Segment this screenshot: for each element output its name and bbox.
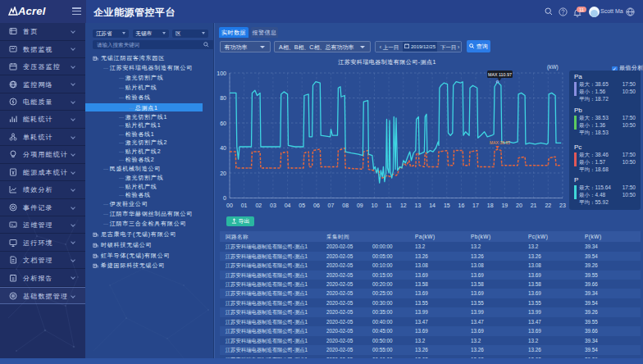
svg-text:04: 04: [285, 202, 291, 208]
svg-text:18: 18: [487, 202, 494, 208]
svg-text:02: 02: [255, 202, 262, 208]
svg-text:60: 60: [220, 121, 226, 126]
svg-text:11: 11: [385, 202, 391, 208]
svg-text:12: 12: [400, 202, 407, 208]
svg-text:40: 40: [220, 145, 226, 151]
svg-text:13: 13: [415, 202, 422, 208]
svg-text:16: 16: [458, 202, 465, 208]
svg-text:07: 07: [328, 202, 335, 208]
svg-text:08: 08: [342, 202, 349, 208]
svg-text:03: 03: [270, 202, 276, 208]
svg-text:00: 00: [226, 202, 233, 208]
svg-text:17: 17: [472, 202, 479, 208]
svg-text:01: 01: [241, 202, 248, 208]
svg-text:80: 80: [220, 95, 226, 101]
svg-text:10: 10: [372, 202, 378, 208]
svg-text:21: 21: [531, 202, 537, 208]
svg-text:20: 20: [220, 171, 226, 176]
svg-text:100: 100: [217, 71, 226, 76]
svg-text:15: 15: [444, 202, 450, 208]
svg-text:09: 09: [357, 202, 363, 208]
svg-text:MAX:38.65: MAX:38.65: [490, 140, 510, 145]
svg-text:0: 0: [223, 195, 226, 201]
svg-text:MAX 110.97: MAX 110.97: [488, 72, 512, 77]
svg-text:05: 05: [299, 202, 305, 208]
svg-text:23: 23: [559, 202, 566, 208]
svg-text:14: 14: [429, 202, 436, 208]
svg-text:06: 06: [313, 202, 320, 208]
svg-text:22: 22: [545, 202, 551, 208]
svg-text:20: 20: [516, 202, 522, 208]
svg-text:19: 19: [501, 202, 508, 208]
